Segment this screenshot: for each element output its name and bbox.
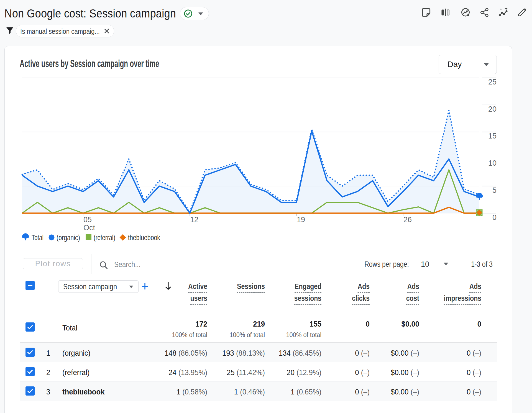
svg-text:19: 19 (297, 216, 305, 224)
svg-text:(referral): (referral) (94, 234, 115, 242)
svg-text:26: 26 (403, 216, 412, 224)
svg-text:0: 0 (492, 213, 497, 222)
svg-text:Total: Total (32, 234, 44, 242)
svg-text:25: 25 (488, 78, 497, 86)
svg-text:Oct: Oct (83, 224, 95, 232)
svg-text:10: 10 (488, 159, 497, 167)
svg-text:(organic): (organic) (57, 234, 80, 242)
svg-text:5: 5 (492, 186, 497, 194)
svg-text:20: 20 (488, 105, 497, 113)
svg-text:12: 12 (190, 216, 198, 224)
svg-text:05: 05 (83, 216, 92, 224)
svg-text:15: 15 (488, 132, 497, 140)
svg-text:thebluebook: thebluebook (128, 234, 160, 242)
